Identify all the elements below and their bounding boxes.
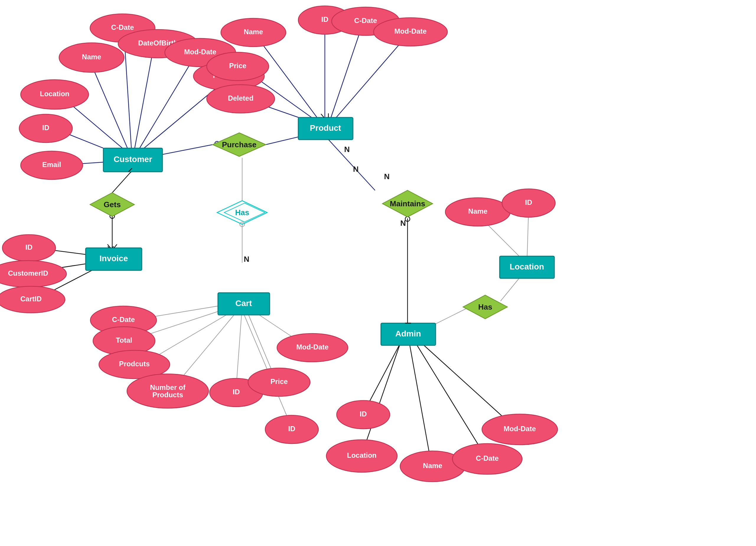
maintains-n-label2: N [384, 172, 390, 181]
er-diagram: N N N N Name Location ID [0, 0, 756, 546]
location-id-text: ID [525, 198, 532, 206]
purchase-rel-text: Purchase [222, 140, 256, 149]
invoice-cartid-text: CartID [20, 295, 42, 303]
customer-email-text: Email [42, 161, 61, 169]
has-location-rel-text: Has [478, 302, 492, 311]
customer-entity-text: Customer [114, 155, 152, 164]
admin-entity-text: Admin [395, 329, 421, 338]
gets-invoice-tick2 [114, 245, 117, 248]
cart-id-text: ID [233, 388, 240, 396]
product-cdate-line [331, 27, 362, 118]
cart-price-text: Price [271, 377, 288, 385]
cart-id2-text: ID [288, 425, 295, 433]
customer-cdate-text: C-Date [111, 23, 134, 31]
admin-moddate-text: Mod-Date [504, 425, 536, 433]
admin-name-line [409, 341, 431, 463]
maintains-n1: N [344, 145, 350, 154]
has-n-label: N [244, 255, 250, 264]
gets-rel-text: Gets [104, 200, 121, 209]
product-tick1 [321, 114, 324, 118]
product-id-text: ID [321, 15, 328, 23]
maintains-rel-text: Maintains [390, 199, 425, 208]
product-price-text: Price [229, 62, 247, 70]
customer-location-text: Location [40, 90, 69, 98]
cart-id-line [236, 314, 242, 387]
cart-numproducts-text1: Number of [150, 383, 186, 391]
admin-cdate-text: C-Date [476, 454, 498, 462]
customer-moddate-line [138, 56, 195, 151]
cart-total-text: Total [116, 336, 132, 344]
admin-id-text: ID [360, 410, 367, 418]
invoice-id-text: ID [25, 243, 32, 251]
cart-cdate-text: C-Date [112, 315, 135, 323]
admin-name-text: Name [423, 462, 442, 470]
admin-location-line [362, 339, 402, 454]
admin-location-text: Location [347, 451, 377, 459]
cart-entity-text: Cart [235, 299, 252, 308]
location-entity-text: Location [510, 262, 544, 271]
product-moddate-text: Mod-Date [394, 27, 426, 35]
invoice-customerid-text: CustomerID [8, 269, 48, 277]
location-name-text: Name [468, 207, 487, 215]
product-moddate-line [335, 38, 405, 119]
has-cart-rel-text: Has [235, 208, 249, 217]
invoice-entity-text: Invoice [100, 254, 128, 263]
customer-id-text: ID [42, 124, 49, 132]
customer-name-text: Name [82, 53, 101, 61]
cart-moddate-text: Mod-Date [296, 343, 328, 351]
product-maintains-line [326, 137, 375, 190]
cart-prodcuts-text: Prodcuts [119, 360, 150, 368]
customer-dob-line [134, 47, 154, 150]
product-deleted-text: Deleted [228, 94, 254, 102]
product-entity-text: Product [310, 123, 341, 133]
customer-gets-line [112, 170, 133, 193]
customer-moddate-text: Mod-Date [184, 48, 216, 56]
admin-cdate-line [413, 339, 484, 454]
maintains-n2: N [400, 219, 406, 228]
product-name-text: Name [244, 28, 263, 36]
maintains-n-label1: N [353, 165, 359, 174]
product-cdate-text: C-Date [354, 17, 377, 25]
cart-numproducts-text2: Products [152, 391, 183, 399]
